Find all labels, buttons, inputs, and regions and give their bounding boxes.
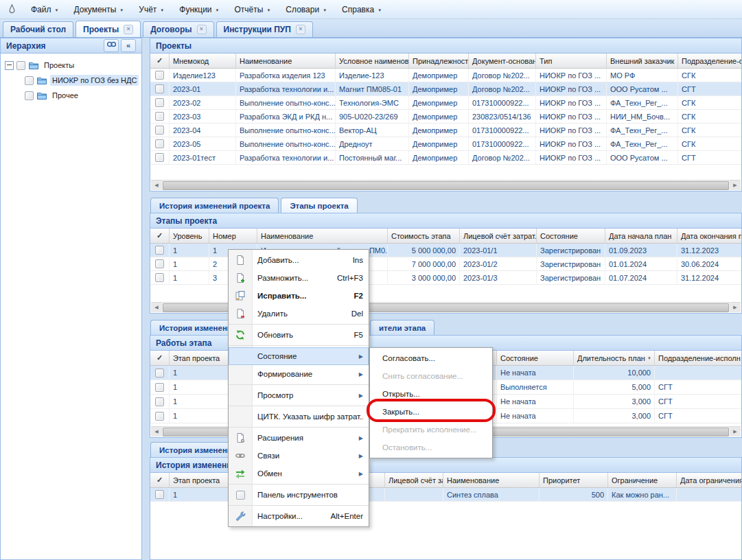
- scrollbar-left-arrow-icon[interactable]: ◀: [151, 427, 162, 436]
- table-row[interactable]: 2023-05Выполнение опытно-конс...Дредноут…: [150, 137, 741, 151]
- menubar-item[interactable]: Файл▼: [23, 0, 66, 19]
- column-header[interactable]: Наименование: [236, 54, 336, 68]
- scrollbar-right-arrow-icon[interactable]: ▶: [730, 180, 741, 190]
- submenu-item-approve[interactable]: Согласовать...: [370, 349, 492, 367]
- menu-item-add[interactable]: Добавить...Ins: [229, 251, 369, 269]
- row-checkbox[interactable]: [155, 246, 164, 255]
- column-header[interactable]: Наименование: [443, 473, 540, 487]
- column-header[interactable]: Приоритет: [540, 473, 608, 487]
- table-row[interactable]: 2023-03Разработка ЭКД и РКД н...905-U020…: [150, 110, 741, 124]
- select-all-header[interactable]: ✓: [150, 54, 170, 68]
- search-button[interactable]: [104, 39, 119, 52]
- column-header[interactable]: Подразделение-от: [678, 54, 742, 68]
- select-all-header[interactable]: ✓: [150, 351, 170, 365]
- row-checkbox[interactable]: [155, 412, 164, 421]
- column-header[interactable]: Подразделение-исполн: [655, 351, 742, 365]
- table-row[interactable]: 2023-04Выполнение опытно-конс...Вектор-А…: [150, 124, 741, 137]
- column-header[interactable]: Условное наименова: [336, 54, 409, 68]
- column-header[interactable]: Состояние: [537, 229, 605, 243]
- tab-project-stages[interactable]: Этапы проекта: [281, 198, 357, 213]
- row-checkbox[interactable]: [155, 397, 164, 406]
- tree-checkbox[interactable]: [25, 91, 34, 100]
- tree-checkbox[interactable]: [16, 61, 25, 70]
- column-header[interactable]: Дата ограничения: [677, 473, 742, 487]
- collapse-panel-button[interactable]: «: [121, 39, 136, 52]
- table-row[interactable]: 2023-01Разработка технологии и...Магнит …: [150, 82, 741, 96]
- row-checkbox[interactable]: [155, 383, 164, 392]
- column-header[interactable]: Длительность план▼: [574, 351, 655, 365]
- row-checkbox[interactable]: [155, 369, 164, 377]
- row-checkbox[interactable]: [155, 84, 164, 93]
- tab-contracts[interactable]: Договоры×: [143, 21, 213, 37]
- menu-item-formation[interactable]: Формирование▶: [229, 365, 369, 383]
- select-all-header[interactable]: ✓: [150, 229, 170, 243]
- column-header[interactable]: Наименование: [257, 229, 388, 243]
- menu-item-toolbar-panel[interactable]: Панель инструментов: [229, 486, 369, 504]
- tab-stage-performers[interactable]: ители этапа: [370, 320, 434, 335]
- table-row[interactable]: 2023-01тестРазработка технологии и...Пос…: [150, 151, 741, 165]
- menu-item-delete[interactable]: УдалитьDel: [229, 305, 369, 323]
- scrollbar-left-arrow-icon[interactable]: ◀: [151, 180, 162, 190]
- column-header[interactable]: Документ-основан: [469, 54, 536, 68]
- column-header[interactable]: Ограничение: [608, 473, 677, 487]
- menubar-item[interactable]: Функции▼: [172, 0, 227, 19]
- column-header[interactable]: Принадлежность: [409, 54, 469, 68]
- row-checkbox[interactable]: [155, 153, 164, 162]
- menu-item-state[interactable]: Состояние▶: [229, 347, 369, 365]
- menubar-item[interactable]: Справка▼: [334, 0, 389, 19]
- menubar-item[interactable]: Документы▼: [66, 0, 131, 19]
- tab-close-icon[interactable]: ×: [296, 25, 305, 34]
- menubar-item[interactable]: Учёт▼: [131, 0, 172, 19]
- menu-item-links[interactable]: Связи▶: [229, 447, 369, 465]
- tree-expander-icon[interactable]: [5, 61, 14, 70]
- column-header[interactable]: Уровень: [170, 229, 209, 243]
- tree-node-niokr-goz-no-vat[interactable]: НИОКР по ГОЗ без НДС: [1, 73, 141, 88]
- menu-item-edit[interactable]: Исправить...F2: [229, 287, 369, 305]
- table-row[interactable]: 2023-02Выполнение опытно-конс...Технолог…: [150, 96, 741, 110]
- column-header[interactable]: Лицевой счёт затр: [385, 473, 443, 487]
- submenu-item-open[interactable]: Открыть...: [370, 385, 492, 403]
- column-header[interactable]: Номер: [209, 229, 257, 243]
- row-checkbox[interactable]: [155, 126, 164, 135]
- submenu-item-close[interactable]: Закрыть...: [370, 403, 492, 421]
- tab-pup-instructions[interactable]: Инструкции ПУП×: [216, 21, 313, 37]
- column-header[interactable]: Лицевой счёт затрат.: [460, 229, 537, 243]
- column-header[interactable]: Состояние: [497, 351, 574, 365]
- scrollbar-left-arrow-icon[interactable]: ◀: [151, 303, 162, 312]
- scrollbar-right-arrow-icon[interactable]: ▶: [730, 427, 741, 436]
- tab-close-icon[interactable]: ×: [124, 25, 133, 34]
- row-checkbox[interactable]: [155, 273, 164, 282]
- tree-node-projects-root[interactable]: Проекты: [1, 58, 141, 73]
- tab-desktop[interactable]: Рабочий стол: [3, 21, 73, 37]
- column-header[interactable]: Дата окончания п: [677, 229, 742, 243]
- menu-item-view[interactable]: Просмотр▶: [229, 386, 369, 404]
- tab-projects[interactable]: Проекты×: [76, 21, 141, 37]
- menu-item-refresh[interactable]: ОбновитьF5: [229, 326, 369, 344]
- column-header[interactable]: Мнемокод: [170, 54, 236, 68]
- column-header[interactable]: Стоимость этапа: [388, 229, 460, 243]
- row-checkbox[interactable]: [155, 490, 164, 499]
- menubar-item[interactable]: Словари▼: [278, 0, 334, 19]
- select-all-header[interactable]: ✓: [150, 473, 170, 487]
- row-checkbox[interactable]: [155, 98, 164, 107]
- row-checkbox[interactable]: [155, 112, 164, 121]
- scrollbar-right-arrow-icon[interactable]: ▶: [730, 303, 741, 312]
- horizontal-scrollbar[interactable]: ◀ ▶: [151, 180, 741, 190]
- menu-item-exchange[interactable]: Обмен▶: [229, 465, 369, 482]
- tab-project-change-history[interactable]: История изменений проекта: [150, 198, 279, 213]
- column-header[interactable]: Дата начала план: [605, 229, 677, 243]
- menubar-item[interactable]: Отчёты▼: [227, 0, 279, 19]
- menu-item-extensions[interactable]: Расширения▶: [229, 429, 369, 447]
- row-checkbox[interactable]: [155, 71, 164, 80]
- column-header[interactable]: Тип: [536, 54, 607, 68]
- menu-item-settings[interactable]: Настройки...Alt+Enter: [229, 507, 369, 525]
- scrollbar-thumb[interactable]: [163, 181, 729, 190]
- table-row[interactable]: Изделие123Разработка изделия 123Изделие-…: [150, 69, 741, 82]
- tab-close-icon[interactable]: ×: [197, 25, 207, 34]
- menu-item-duplicate[interactable]: Размножить...Ctrl+F3: [229, 269, 369, 287]
- row-checkbox[interactable]: [155, 139, 164, 148]
- column-header[interactable]: Внешний заказчик: [607, 54, 678, 68]
- tree-node-other[interactable]: Прочее: [1, 88, 141, 103]
- row-checkbox[interactable]: [155, 259, 164, 268]
- menu-item-citk-cost-code[interactable]: ЦИТК. Указать шифр затрат...: [229, 408, 369, 425]
